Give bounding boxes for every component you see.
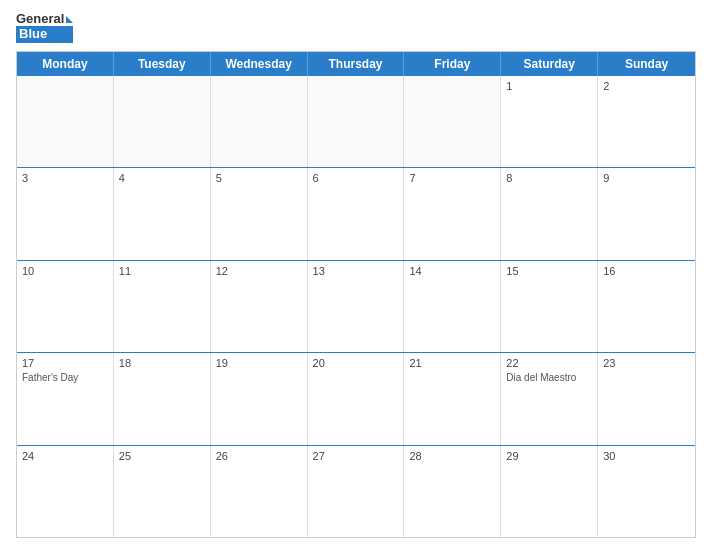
- calendar-body: 1234567891011121314151617Father's Day181…: [17, 76, 695, 537]
- cal-cell: 1: [501, 76, 598, 167]
- day-number: 26: [216, 450, 302, 462]
- day-number: 6: [313, 172, 399, 184]
- day-number: 14: [409, 265, 495, 277]
- cal-cell: 13: [308, 261, 405, 352]
- cal-header-friday: Friday: [404, 52, 501, 76]
- logo-general-text: General: [16, 12, 64, 26]
- cal-cell: 10: [17, 261, 114, 352]
- cal-cell: 8: [501, 168, 598, 259]
- day-number: 27: [313, 450, 399, 462]
- day-number: 28: [409, 450, 495, 462]
- day-number: 4: [119, 172, 205, 184]
- cal-header-monday: Monday: [17, 52, 114, 76]
- cal-cell: 19: [211, 353, 308, 444]
- day-event: Dia del Maestro: [506, 372, 576, 383]
- cal-cell: 12: [211, 261, 308, 352]
- day-number: 8: [506, 172, 592, 184]
- day-number: 10: [22, 265, 108, 277]
- day-number: 18: [119, 357, 205, 369]
- cal-cell: 6: [308, 168, 405, 259]
- logo: General Blue: [16, 12, 73, 43]
- day-number: 21: [409, 357, 495, 369]
- cal-cell: 15: [501, 261, 598, 352]
- cal-cell: 20: [308, 353, 405, 444]
- day-number: 20: [313, 357, 399, 369]
- cal-cell: 29: [501, 446, 598, 537]
- cal-week-3: 10111213141516: [17, 261, 695, 353]
- day-number: 13: [313, 265, 399, 277]
- day-number: 11: [119, 265, 205, 277]
- calendar: MondayTuesdayWednesdayThursdayFridaySatu…: [16, 51, 696, 538]
- day-number: 16: [603, 265, 690, 277]
- cal-cell: 3: [17, 168, 114, 259]
- day-number: 23: [603, 357, 690, 369]
- cal-header-sunday: Sunday: [598, 52, 695, 76]
- day-event: Father's Day: [22, 372, 78, 383]
- cal-header-thursday: Thursday: [308, 52, 405, 76]
- cal-cell: [308, 76, 405, 167]
- cal-cell: 16: [598, 261, 695, 352]
- cal-cell: [404, 76, 501, 167]
- day-number: 2: [603, 80, 690, 92]
- cal-week-5: 24252627282930: [17, 446, 695, 537]
- cal-cell: 28: [404, 446, 501, 537]
- cal-cell: [211, 76, 308, 167]
- cal-cell: 22Dia del Maestro: [501, 353, 598, 444]
- cal-cell: 7: [404, 168, 501, 259]
- day-number: 5: [216, 172, 302, 184]
- day-number: 25: [119, 450, 205, 462]
- cal-cell: 9: [598, 168, 695, 259]
- day-number: 17: [22, 357, 108, 369]
- day-number: 24: [22, 450, 108, 462]
- cal-cell: 21: [404, 353, 501, 444]
- cal-cell: 14: [404, 261, 501, 352]
- cal-header-saturday: Saturday: [501, 52, 598, 76]
- cal-cell: 30: [598, 446, 695, 537]
- cal-cell: 2: [598, 76, 695, 167]
- day-number: 12: [216, 265, 302, 277]
- cal-cell: 5: [211, 168, 308, 259]
- cal-week-4: 17Father's Day1819202122Dia del Maestro2…: [17, 353, 695, 445]
- day-number: 9: [603, 172, 690, 184]
- cal-cell: 23: [598, 353, 695, 444]
- day-number: 7: [409, 172, 495, 184]
- day-number: 3: [22, 172, 108, 184]
- day-number: 30: [603, 450, 690, 462]
- cal-cell: 26: [211, 446, 308, 537]
- header: General Blue: [16, 12, 696, 43]
- page: General Blue MondayTuesdayWednesdayThurs…: [0, 0, 712, 550]
- cal-header-tuesday: Tuesday: [114, 52, 211, 76]
- cal-cell: [114, 76, 211, 167]
- cal-cell: 11: [114, 261, 211, 352]
- day-number: 1: [506, 80, 592, 92]
- cal-cell: [17, 76, 114, 167]
- cal-cell: 4: [114, 168, 211, 259]
- cal-week-1: 12: [17, 76, 695, 168]
- day-number: 15: [506, 265, 592, 277]
- cal-cell: 17Father's Day: [17, 353, 114, 444]
- logo-blue-text: Blue: [16, 26, 73, 42]
- cal-cell: 27: [308, 446, 405, 537]
- day-number: 19: [216, 357, 302, 369]
- calendar-header-row: MondayTuesdayWednesdayThursdayFridaySatu…: [17, 52, 695, 76]
- cal-cell: 25: [114, 446, 211, 537]
- day-number: 22: [506, 357, 592, 369]
- cal-cell: 24: [17, 446, 114, 537]
- logo-triangle-icon: [66, 16, 73, 23]
- day-number: 29: [506, 450, 592, 462]
- cal-week-2: 3456789: [17, 168, 695, 260]
- cal-header-wednesday: Wednesday: [211, 52, 308, 76]
- cal-cell: 18: [114, 353, 211, 444]
